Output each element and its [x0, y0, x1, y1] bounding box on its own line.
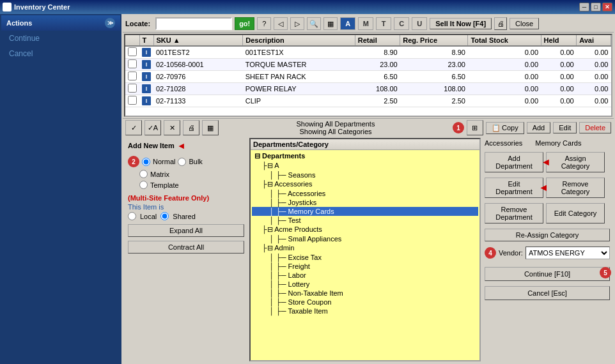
local-shared-radio-group: Local Shared — [128, 212, 244, 220]
print-icon[interactable]: 🖨 — [494, 17, 507, 30]
col-held[interactable]: Held — [541, 35, 577, 46]
cancel-esc-button[interactable]: Cancel [Esc] — [485, 286, 610, 300]
col-sku[interactable]: SKU ▲ — [153, 35, 243, 46]
filter-m-button[interactable]: M — [358, 17, 373, 30]
col-avail[interactable]: Avai — [577, 35, 611, 46]
grid-icon[interactable]: ▦ — [202, 120, 219, 135]
table-row[interactable]: I 001TEST2 001TEST1X 8.90 8.90 0.00 0.00… — [125, 46, 611, 59]
add-department-button[interactable]: Add Department — [485, 152, 543, 172]
edit-button[interactable]: Edit — [553, 122, 577, 133]
scan-icon[interactable]: ▦ — [323, 17, 338, 30]
tree-item[interactable]: │ ├─ Test — [252, 216, 478, 225]
tree-item[interactable]: │ ├─ Joysticks — [252, 198, 478, 207]
reassign-category-button[interactable]: Re-Assign Category — [485, 229, 610, 241]
category-tree[interactable]: ⊟ Departments├⊟ A│ ├─ Seasons├⊟ Accessor… — [251, 150, 479, 360]
row-check[interactable] — [125, 95, 139, 107]
col-type[interactable]: T — [139, 35, 153, 46]
add-button[interactable]: Add — [527, 122, 551, 133]
col-retail[interactable]: Retail — [355, 35, 400, 46]
checkmark-a-button[interactable]: ✓A — [144, 120, 161, 135]
row-held: 0.00 — [541, 83, 577, 95]
tree-item[interactable]: │ ├─ Excise Tax — [252, 253, 478, 262]
assign-category-button[interactable]: Assign Category — [546, 152, 605, 172]
delete-button[interactable]: Delete — [579, 122, 611, 133]
tree-item[interactable]: │ ├─ Memory Cards — [252, 207, 478, 216]
table-row[interactable]: I 02-71133 CLIP 2.50 2.50 0.00 0.00 0.00 — [125, 95, 611, 107]
row-check[interactable] — [125, 71, 139, 83]
shared-radio[interactable] — [160, 212, 169, 220]
tree-item[interactable]: │ ├─ Freight — [252, 262, 478, 271]
tree-item[interactable]: │ ├─ Small Appliances — [252, 234, 478, 243]
forward-icon[interactable]: ▷ — [290, 17, 304, 30]
edit-category-button[interactable]: Edit Category — [546, 203, 605, 224]
back-icon[interactable]: ◁ — [274, 17, 288, 30]
bulk-radio[interactable] — [178, 158, 186, 166]
local-radio[interactable] — [128, 212, 136, 220]
normal-radio[interactable] — [142, 158, 150, 166]
row-check[interactable] — [125, 46, 139, 59]
contract-all-button[interactable]: Contract All — [128, 241, 244, 254]
table-row[interactable]: I 02-10568-0001 TORQUE MASTER 23.00 23.0… — [125, 59, 611, 71]
annotation-2: 2 — [128, 156, 139, 167]
continue-f10-button[interactable]: Continue [F10] — [485, 267, 610, 281]
copy-button[interactable]: 📋 Copy — [486, 122, 524, 134]
table-row[interactable]: I 02-71028 POWER RELAY 108.00 108.00 0.0… — [125, 83, 611, 95]
row-type: I — [139, 71, 153, 83]
tree-item[interactable]: │ ├─ Lottery — [252, 280, 478, 289]
go-button[interactable]: go! — [235, 17, 254, 30]
item-type-radio-group: 2 Normal Bulk Matrix Template — [128, 156, 244, 189]
edit-department-button[interactable]: Edit Department — [485, 178, 543, 198]
print-action-icon[interactable]: 🖨 — [183, 120, 199, 135]
continue-btn-row: Continue [F10] 5 — [485, 264, 610, 281]
close-window-button[interactable]: ✕ — [602, 3, 612, 11]
sidebar-item-continue[interactable]: Continue — [1, 31, 120, 46]
minimize-button[interactable]: ─ — [579, 3, 589, 11]
tree-item[interactable]: ├⊟ Acme Products — [252, 225, 478, 234]
x-button[interactable]: ✕ — [164, 120, 180, 135]
col-total-stock[interactable]: Total Stock — [468, 35, 541, 46]
tree-item[interactable]: ⊟ Departments — [252, 151, 478, 161]
filter-a-button[interactable]: A — [340, 17, 355, 30]
help-icon[interactable]: ? — [257, 17, 271, 30]
annotation-1-area: 1 — [453, 122, 464, 133]
tree-item[interactable]: ├⊟ Admin — [252, 243, 478, 253]
sell-it-now-button[interactable]: Sell It Now [F4] — [430, 18, 492, 29]
locate-input[interactable] — [155, 17, 232, 30]
tree-item[interactable]: │ ├─ Taxable Item — [252, 307, 478, 315]
bottom-section: Add New Item ◄ 2 Normal Bulk Matrix — [123, 137, 614, 363]
controls-panel: Accessories Memory Cards Add Department … — [483, 138, 611, 361]
row-type: I — [139, 46, 153, 59]
matrix-radio[interactable] — [139, 170, 148, 178]
close-button-top[interactable]: Close — [510, 18, 539, 29]
vendor-select[interactable]: ATMOS ENERGY — [525, 246, 610, 259]
col-reg-price[interactable]: Reg. Price — [400, 35, 468, 46]
row-check[interactable] — [125, 59, 139, 71]
filter-u-button[interactable]: U — [412, 17, 427, 30]
grid-view-icon[interactable]: ⊞ — [467, 120, 483, 135]
tree-item[interactable]: ├⊟ Accessories — [252, 179, 478, 189]
checkmark-button[interactable]: ✓ — [125, 120, 142, 135]
tree-item[interactable]: ├⊟ A — [252, 161, 478, 171]
row-desc: SHEET PAN RACK — [243, 71, 355, 83]
sidebar-item-cancel[interactable]: Cancel — [1, 46, 120, 61]
tree-item[interactable]: │ ├─ Labor — [252, 271, 478, 280]
col-description[interactable]: Description — [243, 35, 355, 46]
remove-department-button[interactable]: Remove Department — [485, 203, 543, 224]
expand-all-button[interactable]: Expand All — [128, 224, 244, 237]
tree-item[interactable]: │ ├─ Store Coupon — [252, 298, 478, 307]
row-sku: 02-70976 — [153, 71, 243, 83]
row-check[interactable] — [125, 83, 139, 95]
tree-item[interactable]: │ ├─ Accessories — [252, 189, 478, 198]
radio-row-normal-bulk: 2 Normal Bulk — [128, 156, 244, 167]
table-row[interactable]: I 02-70976 SHEET PAN RACK 6.50 6.50 0.00… — [125, 71, 611, 83]
template-radio[interactable] — [139, 181, 148, 189]
tree-item[interactable]: │ ├─ Non-Taxable Item — [252, 289, 478, 298]
remove-category-button[interactable]: Remove Category — [546, 178, 605, 198]
maximize-button[interactable]: □ — [591, 3, 601, 11]
search-icon[interactable]: 🔍 — [307, 17, 321, 30]
filter-t-button[interactable]: T — [376, 17, 391, 30]
sidebar-expand-button[interactable]: ≫ — [105, 18, 115, 28]
tree-item[interactable]: │ ├─ Seasons — [252, 171, 478, 179]
filter-c-button[interactable]: C — [394, 17, 409, 30]
dept-cat-row-4: Re-Assign Category — [485, 229, 610, 241]
